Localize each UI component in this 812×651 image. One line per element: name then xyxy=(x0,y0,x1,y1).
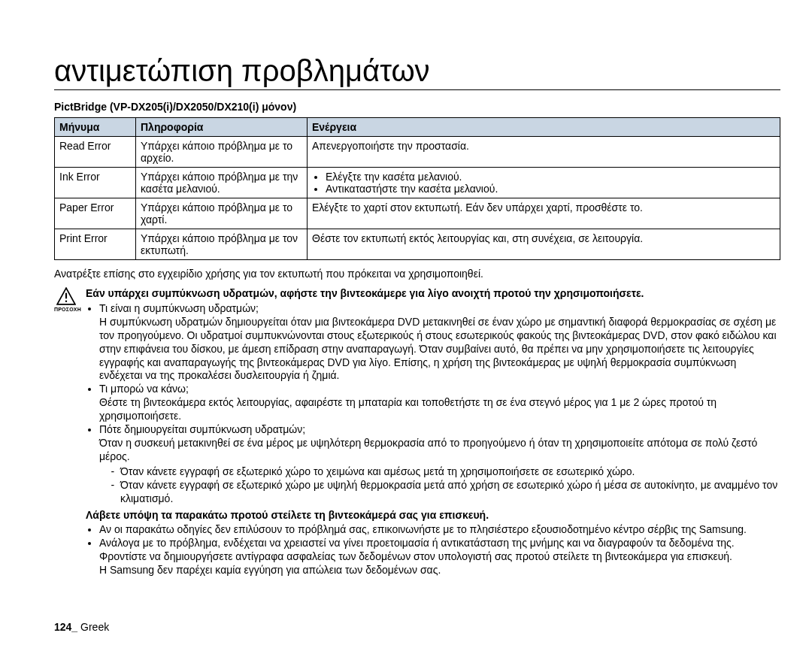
table-row: Print ErrorΥπάρχει κάποιο πρόβλημα με το… xyxy=(55,229,780,260)
cell-action: Ελέγξτε την κασέτα μελανιού.Αντικαταστήσ… xyxy=(308,168,780,198)
cell-message: Print Error xyxy=(55,229,136,260)
after-table-note: Ανατρέξτε επίσης στο εγχειρίδιο χρήσης γ… xyxy=(54,268,780,280)
page-number: 124_ Greek xyxy=(54,621,109,633)
caution-body: Εάν υπάρχει συμπύκνωση υδρατμών, αφήστε … xyxy=(86,287,780,577)
cell-message: Ink Error xyxy=(55,168,136,198)
th-message: Μήνυμα xyxy=(55,118,136,137)
th-info: Πληροφορία xyxy=(136,118,308,137)
table-row: Read ErrorΥπάρχει κάποιο πρόβλημα με το … xyxy=(55,137,780,168)
th-action: Ενέργεια xyxy=(308,118,780,137)
caution-item: Τι είναι η συμπύκνωση υδρατμών;Η συμπύκν… xyxy=(99,302,780,383)
cell-action: Θέστε τον εκτυπωτή εκτός λειτουργίας και… xyxy=(308,229,780,260)
caution-subitem: Όταν κάνετε εγγραφή σε εξωτερικό χώρο το… xyxy=(120,465,780,479)
cell-info: Υπάρχει κάποιο πρόβλημα με το αρχείο. xyxy=(136,137,308,168)
section-subheading: PictBridge (VP-DX205(i)/DX2050/DX210(i) … xyxy=(54,101,780,113)
caution-item: Αν οι παρακάτω οδηγίες δεν επιλύσουν το … xyxy=(99,523,780,537)
cell-message: Paper Error xyxy=(55,198,136,229)
cell-info: Υπάρχει κάποιο πρόβλημα με τον εκτυπωτή. xyxy=(136,229,308,260)
svg-point-2 xyxy=(65,301,67,302)
cell-action-item: Αντικαταστήστε την κασέτα μελανιού. xyxy=(326,183,775,195)
caution-item: Πότε δημιουργείται συμπύκνωση υδρατμών;Ό… xyxy=(99,423,780,505)
caution-icon: ΠΡΟΣΟΧΗ xyxy=(54,287,78,312)
cell-action-item: Ελέγξτε την κασέτα μελανιού. xyxy=(326,171,775,183)
cell-info: Υπάρχει κάποιο πρόβλημα με το χαρτί. xyxy=(136,198,308,229)
caution-item: Τι μπορώ να κάνω;Θέστε τη βιντεοκάμερα ε… xyxy=(99,383,780,423)
cell-action: Απενεργοποιήστε την προστασία. xyxy=(308,137,780,168)
table-row: Paper ErrorΥπάρχει κάποιο πρόβλημα με το… xyxy=(55,198,780,229)
cell-info: Υπάρχει κάποιο πρόβλημα με την κασέτα με… xyxy=(136,168,308,198)
caution-lead: Εάν υπάρχει συμπύκνωση υδρατμών, αφήστε … xyxy=(86,287,780,301)
table-row: Ink ErrorΥπάρχει κάποιο πρόβλημα με την … xyxy=(55,168,780,198)
page-title: αντιμετώπιση προβλημάτων xyxy=(54,54,780,90)
cell-action: Ελέγξτε το χαρτί στον εκτυπωτή. Εάν δεν … xyxy=(308,198,780,229)
error-table: Μήνυμα Πληροφορία Ενέργεια Read ErrorΥπά… xyxy=(54,117,780,260)
caution-subitem: Όταν κάνετε εγγραφή σε εξωτερικό χώρο με… xyxy=(120,479,780,506)
page-number-value: 124_ xyxy=(54,621,77,633)
caution-lead2: Λάβετε υπόψη τα παρακάτω προτού στείλετε… xyxy=(86,509,780,522)
cell-message: Read Error xyxy=(55,137,136,168)
caution-label: ΠΡΟΣΟΧΗ xyxy=(54,307,78,312)
page-number-lang: Greek xyxy=(80,621,109,633)
caution-item: Ανάλογα με το πρόβλημα, ενδέχεται να χρε… xyxy=(99,537,780,577)
